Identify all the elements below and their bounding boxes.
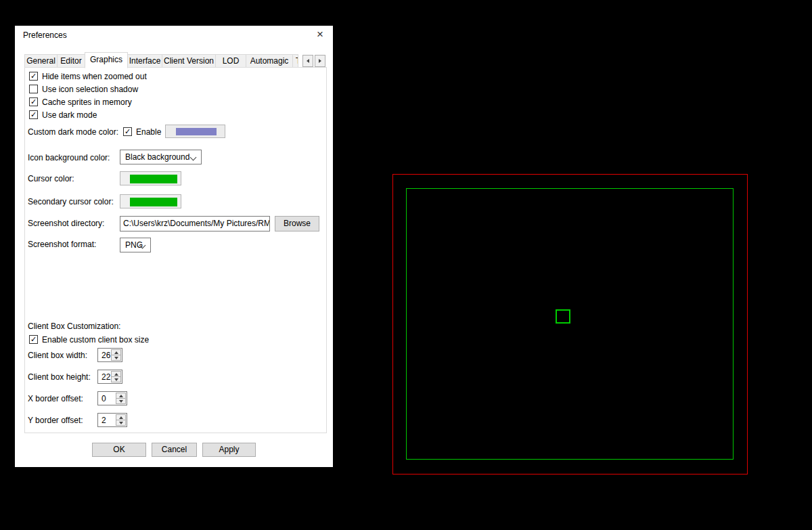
- dark-mode-color-button[interactable]: [165, 125, 225, 138]
- spinner-buttons: [111, 371, 121, 382]
- graphics-tab-panel: ✓ Hide items when zoomed out Use icon se…: [24, 67, 327, 433]
- tab-lod[interactable]: LOD: [215, 54, 246, 68]
- cursor-color-label: Cursor color:: [28, 174, 74, 183]
- icon-background-select[interactable]: Black background: [120, 150, 202, 164]
- tab-scroll-right-button[interactable]: [315, 55, 325, 67]
- x-border-offset-value: 0: [102, 394, 106, 403]
- arrow-up-icon: [119, 416, 123, 419]
- spin-down-button[interactable]: [116, 398, 126, 404]
- enable-dark-color-row[interactable]: ✓ Enable: [123, 127, 161, 137]
- ok-button[interactable]: OK: [92, 443, 146, 457]
- tab-truncated[interactable]: T: [292, 54, 298, 68]
- secondary-cursor-color-label: Secondary cursor color:: [28, 197, 114, 206]
- checkbox-label[interactable]: Use dark mode: [42, 110, 97, 120]
- spinner-buttons: [116, 414, 126, 426]
- screenshot-format-label: Screenshot format:: [28, 240, 96, 249]
- checkbox-dark-mode[interactable]: ✓: [29, 110, 38, 119]
- spin-down-button[interactable]: [111, 376, 121, 382]
- x-border-offset-stepper[interactable]: 0: [97, 391, 127, 405]
- tab-bar: General Editor Graphics Interface Client…: [24, 54, 298, 68]
- tab-general[interactable]: General: [24, 54, 58, 68]
- arrow-up-icon: [119, 395, 123, 397]
- cursor-color-swatch: [130, 175, 177, 183]
- client-box-width-stepper[interactable]: 26: [97, 348, 122, 362]
- icon-background-label: Icon background color:: [28, 153, 110, 162]
- checkbox-cache-sprites[interactable]: ✓: [29, 97, 38, 106]
- center-tile-box: [556, 309, 570, 324]
- client-box-rect: [406, 188, 734, 460]
- client-box-width-label: Client box width:: [28, 351, 87, 360]
- spin-down-button[interactable]: [111, 355, 121, 361]
- screenshot-directory-input[interactable]: C:\Users\krz\Documents/My Pictures/RME: [120, 216, 270, 231]
- client-box-width-value: 26: [102, 351, 110, 360]
- client-box-height-label: Client box height:: [28, 372, 91, 382]
- screenshot-format-select[interactable]: PNG: [120, 238, 151, 252]
- checkbox-icon-shadow[interactable]: [29, 85, 38, 93]
- spinner-buttons: [111, 349, 121, 361]
- map-canvas[interactable]: [338, 0, 812, 530]
- cursor-color-button[interactable]: [120, 171, 181, 185]
- checkbox-row-dark-mode[interactable]: ✓ Use dark mode: [29, 110, 97, 120]
- checkbox-label[interactable]: Enable custom client box size: [42, 335, 149, 345]
- secondary-cursor-color-button[interactable]: [120, 194, 181, 208]
- icon-background-value: Black background: [125, 152, 189, 162]
- checkbox-custom-client-box[interactable]: ✓: [29, 335, 38, 344]
- arrow-up-icon: [114, 373, 118, 376]
- x-border-offset-label: X border offset:: [28, 394, 83, 403]
- checkbox-hide-items[interactable]: ✓: [29, 72, 38, 81]
- secondary-cursor-color-swatch: [130, 198, 177, 206]
- dark-mode-color-swatch: [176, 128, 217, 135]
- checkbox-row-cache-sprites[interactable]: ✓ Cache sprites in memory: [29, 97, 132, 107]
- tab-editor[interactable]: Editor: [57, 54, 85, 68]
- cancel-button[interactable]: Cancel: [152, 443, 197, 457]
- tab-graphics[interactable]: Graphics: [85, 52, 128, 68]
- enable-label[interactable]: Enable: [136, 127, 161, 137]
- client-box-height-value: 22: [102, 372, 110, 382]
- screenshot-directory-label: Screenshot directory:: [28, 219, 104, 228]
- spinner-buttons: [116, 393, 126, 404]
- arrow-down-icon: [114, 357, 118, 359]
- checkbox-row-custom-client-box[interactable]: ✓ Enable custom client box size: [29, 334, 149, 345]
- checkbox-enable-dark-color[interactable]: ✓: [123, 127, 132, 136]
- y-border-offset-label: Y border offset:: [28, 416, 83, 425]
- tab-scroll-left-button[interactable]: [302, 55, 313, 67]
- arrow-up-icon: [114, 351, 118, 354]
- tab-client-version[interactable]: Client Version: [162, 54, 216, 68]
- chevron-down-icon: [190, 154, 197, 161]
- close-icon[interactable]: ×: [313, 28, 328, 41]
- arrow-down-icon: [119, 400, 123, 403]
- checkbox-label[interactable]: Hide items when zoomed out: [42, 72, 147, 81]
- arrow-down-icon: [119, 422, 123, 424]
- checkbox-label[interactable]: Use icon selection shadow: [42, 85, 138, 94]
- tab-interface[interactable]: Interface: [127, 54, 162, 68]
- custom-dark-mode-label: Custom dark mode color:: [28, 127, 118, 137]
- spin-down-button[interactable]: [116, 420, 126, 426]
- checkbox-label[interactable]: Cache sprites in memory: [42, 97, 132, 107]
- arrow-right-icon: [319, 59, 321, 63]
- preferences-dialog: Preferences × General Editor Graphics In…: [15, 26, 333, 467]
- browse-button[interactable]: Browse: [275, 216, 319, 231]
- title-bar[interactable]: Preferences ×: [15, 26, 333, 43]
- client-box-height-stepper[interactable]: 22: [97, 370, 122, 384]
- window-title: Preferences: [23, 30, 67, 40]
- checkbox-row-hide-items[interactable]: ✓ Hide items when zoomed out: [29, 71, 147, 81]
- arrow-left-icon: [307, 59, 309, 63]
- y-border-offset-value: 2: [102, 416, 106, 425]
- tab-scroll-controls: [301, 55, 325, 67]
- arrow-down-icon: [114, 378, 118, 381]
- apply-button[interactable]: Apply: [202, 443, 256, 457]
- checkbox-row-icon-shadow[interactable]: Use icon selection shadow: [29, 84, 138, 94]
- client-box-section-label: Client Box Customization:: [28, 322, 120, 331]
- tab-automagic[interactable]: Automagic: [246, 54, 293, 68]
- y-border-offset-stepper[interactable]: 2: [97, 413, 127, 427]
